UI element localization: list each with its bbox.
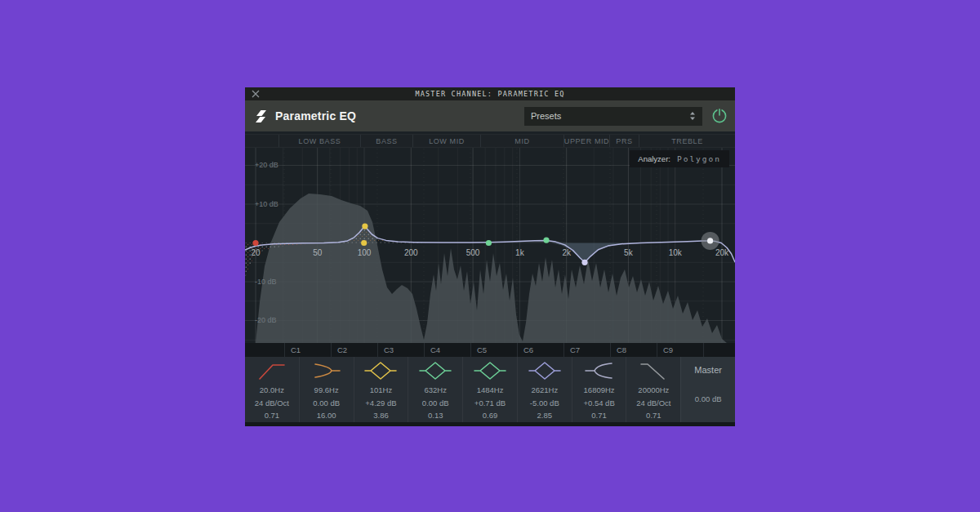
- stepper-arrows-icon[interactable]: [689, 111, 696, 121]
- freq-tick-label: 5k: [617, 248, 639, 257]
- tab-c6[interactable]: C6: [517, 343, 564, 357]
- band-column-1[interactable]: 20.0Hz 24 dB/Oct 0.71: [245, 357, 299, 422]
- tab-c1[interactable]: C1: [284, 343, 331, 357]
- window-bottom-bar: [245, 422, 735, 426]
- band-gain: 0.00 dB: [300, 397, 354, 410]
- band-column-2[interactable]: 99.6Hz 0.00 dB 16.00: [299, 357, 354, 422]
- band-column-5[interactable]: 1484Hz +0.71 dB 0.69: [462, 357, 517, 422]
- band-gain: 24 dB/Oct: [626, 397, 680, 410]
- eq-handle[interactable]: [581, 260, 587, 265]
- freq-tick-label: 20k: [710, 248, 733, 257]
- freq-tick-label: 2k: [555, 248, 578, 257]
- eq-handle[interactable]: [252, 240, 258, 246]
- header: Parametric EQ Presets: [245, 100, 735, 131]
- band-column-4[interactable]: 632Hz 0.00 dB 0.13: [408, 357, 462, 422]
- band-column-8[interactable]: 20000Hz 24 dB/Oct 0.71: [626, 357, 680, 422]
- channel-tabstrip: C1 C2 C3 C4 C5 C6 C7 C8 C9: [245, 343, 735, 357]
- shelf-right-icon: [581, 358, 617, 383]
- eq-handle[interactable]: [486, 240, 492, 246]
- band-freq: 632Hz: [408, 384, 462, 397]
- eq-graph[interactable]: LOW BASS BASS LOW MID MID UPPER MID PRS …: [245, 131, 735, 343]
- band-column-7[interactable]: 16809Hz +0.54 dB 0.71: [572, 357, 626, 422]
- bell-icon: [472, 358, 508, 383]
- zone-low-mid: LOW MID: [412, 135, 480, 147]
- tab-c9[interactable]: C9: [657, 343, 703, 357]
- freq-tick-label: 20: [245, 248, 267, 257]
- preset-selector[interactable]: Presets: [524, 107, 702, 126]
- band-freq: 20000Hz: [626, 384, 680, 397]
- master-label: Master: [681, 365, 735, 375]
- tabstrip-fill: [703, 343, 735, 357]
- eq-handle[interactable]: [361, 240, 367, 246]
- power-button-icon[interactable]: [710, 107, 728, 125]
- db-tick-label: -10 dB: [255, 278, 277, 286]
- band-gain: +0.71 dB: [463, 397, 517, 410]
- tab-c5[interactable]: C5: [470, 343, 517, 357]
- db-tick-label: +10 dB: [255, 200, 278, 208]
- zone-mid: MID: [480, 135, 564, 147]
- analyzer-label: Analyzer:: [638, 154, 670, 163]
- band-gain: 24 dB/Oct: [245, 397, 299, 410]
- bell-icon: [363, 358, 399, 383]
- spectrum-analyzer-shape: [256, 194, 727, 343]
- analyzer-setting: Analyzer: Polygon: [630, 150, 729, 167]
- db-tick-label: -20 dB: [255, 316, 277, 324]
- band-q: 2.85: [518, 409, 572, 422]
- db-tick-label: +20 dB: [255, 161, 278, 169]
- bolt-logo-icon: [255, 109, 267, 123]
- shelf-left-icon: [309, 358, 345, 383]
- tab-c3[interactable]: C3: [377, 343, 424, 357]
- page-title: Parametric EQ: [275, 109, 356, 122]
- freq-tick-label: 500: [461, 248, 484, 257]
- band-freq: 20.0Hz: [245, 384, 299, 397]
- band-freq: 99.6Hz: [300, 384, 354, 397]
- highpass-icon: [254, 358, 290, 383]
- band-column-6[interactable]: 2621Hz -5.00 dB 2.85: [517, 357, 572, 422]
- zone-blank: [245, 135, 278, 147]
- analyzer-value[interactable]: Polygon: [677, 154, 721, 163]
- band-controls: 20.0Hz 24 dB/Oct 0.71 99.6Hz 0.00 dB 16.…: [245, 357, 735, 422]
- band-gain: -5.00 dB: [518, 397, 572, 410]
- freq-tick-label: 200: [399, 248, 422, 257]
- tab-c8[interactable]: C8: [610, 343, 657, 357]
- band-q: 0.71: [572, 409, 626, 422]
- band-gain: +0.54 dB: [572, 397, 626, 410]
- tab-c7[interactable]: C7: [564, 343, 610, 357]
- tab-c4[interactable]: C4: [424, 343, 470, 357]
- master-gain: 0.00 dB: [681, 375, 735, 422]
- band-q: 16.00: [300, 409, 354, 422]
- band-column-3[interactable]: 101Hz +4.29 dB 3.86: [354, 357, 408, 422]
- freq-tick-label: 50: [306, 248, 329, 257]
- zone-bass: BASS: [360, 135, 412, 147]
- zone-prs: PRS: [609, 135, 639, 147]
- band-q: 3.86: [354, 409, 408, 422]
- window-title: MASTER CHANNEL: PARAMETRIC EQ: [245, 90, 735, 98]
- titlebar: MASTER CHANNEL: PARAMETRIC EQ: [245, 87, 735, 100]
- preset-selector-value: Presets: [531, 111, 689, 121]
- eq-handle[interactable]: [707, 238, 713, 243]
- close-icon[interactable]: [252, 90, 260, 98]
- band-freq: 1484Hz: [463, 384, 517, 397]
- freq-tick-label: 10k: [664, 248, 687, 257]
- master-column[interactable]: Master 0.00 dB: [680, 357, 735, 422]
- band-freq: 2621Hz: [518, 384, 572, 397]
- band-q: 0.71: [626, 409, 680, 422]
- tab-c2[interactable]: C2: [331, 343, 377, 357]
- band-freq: 101Hz: [354, 384, 408, 397]
- band-q: 0.71: [245, 409, 299, 422]
- freq-tick-label: 100: [353, 248, 376, 257]
- band-q: 0.69: [463, 409, 517, 422]
- band-gain: +4.29 dB: [354, 397, 408, 410]
- band-zone-strip: LOW BASS BASS LOW MID MID UPPER MID PRS …: [245, 134, 735, 148]
- bell-icon: [417, 358, 453, 383]
- bell-icon: [527, 358, 563, 383]
- lowpass-icon: [635, 358, 671, 383]
- zone-upper-mid: UPPER MID: [564, 135, 609, 147]
- eq-handle[interactable]: [362, 224, 368, 229]
- tabstrip-spacer: [245, 343, 284, 357]
- zone-treble: TREBLE: [639, 135, 735, 147]
- eq-handle[interactable]: [543, 238, 549, 243]
- band-q: 0.13: [408, 409, 462, 422]
- band-freq: 16809Hz: [572, 384, 626, 397]
- plugin-window: MASTER CHANNEL: PARAMETRIC EQ Parametric…: [245, 87, 735, 426]
